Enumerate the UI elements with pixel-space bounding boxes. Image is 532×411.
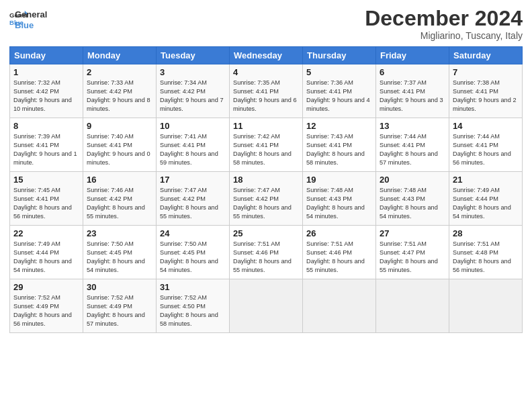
cell-info: Sunrise: 7:49 AM Sunset: 4:44 PM Dayligh… bbox=[453, 186, 519, 221]
day-number: 11 bbox=[233, 121, 299, 131]
day-header-tuesday: Tuesday bbox=[157, 47, 230, 64]
location: Migliarino, Tuscany, Italy bbox=[365, 30, 523, 41]
cell-5-1: 30Sunrise: 7:52 AM Sunset: 4:49 PM Dayli… bbox=[83, 279, 157, 333]
cell-info: Sunrise: 7:52 AM Sunset: 4:50 PM Dayligh… bbox=[160, 293, 226, 328]
day-number: 10 bbox=[160, 121, 226, 131]
cell-5-5 bbox=[376, 279, 449, 333]
day-number: 8 bbox=[13, 121, 79, 131]
cell-1-5: 6Sunrise: 7:37 AM Sunset: 4:41 PM Daylig… bbox=[376, 64, 449, 118]
cell-5-0: 29Sunrise: 7:52 AM Sunset: 4:49 PM Dayli… bbox=[10, 279, 83, 333]
cell-4-1: 23Sunrise: 7:50 AM Sunset: 4:45 PM Dayli… bbox=[83, 226, 157, 279]
day-number: 22 bbox=[13, 228, 79, 238]
cell-5-4 bbox=[303, 279, 376, 333]
day-number: 13 bbox=[380, 121, 445, 131]
day-number: 4 bbox=[233, 67, 299, 77]
day-number: 12 bbox=[306, 121, 372, 131]
day-number: 5 bbox=[306, 67, 372, 77]
day-header-friday: Friday bbox=[376, 47, 449, 64]
cell-info: Sunrise: 7:47 AM Sunset: 4:42 PM Dayligh… bbox=[233, 186, 299, 221]
cell-1-0: 1Sunrise: 7:32 AM Sunset: 4:42 PM Daylig… bbox=[10, 64, 83, 118]
week-row-3: 15Sunrise: 7:45 AM Sunset: 4:41 PM Dayli… bbox=[10, 172, 523, 226]
logo: General Blue General Blue bbox=[9, 7, 47, 30]
day-number: 14 bbox=[453, 121, 519, 131]
cell-5-6 bbox=[449, 279, 523, 333]
day-number: 6 bbox=[380, 67, 445, 77]
cell-info: Sunrise: 7:48 AM Sunset: 4:43 PM Dayligh… bbox=[306, 186, 372, 221]
cell-1-4: 5Sunrise: 7:36 AM Sunset: 4:41 PM Daylig… bbox=[303, 64, 376, 118]
cell-info: Sunrise: 7:52 AM Sunset: 4:49 PM Dayligh… bbox=[87, 293, 152, 328]
day-number: 7 bbox=[453, 67, 519, 77]
cell-info: Sunrise: 7:44 AM Sunset: 4:41 PM Dayligh… bbox=[453, 132, 519, 167]
day-number: 25 bbox=[233, 228, 299, 238]
cell-info: Sunrise: 7:35 AM Sunset: 4:41 PM Dayligh… bbox=[233, 79, 299, 113]
cell-info: Sunrise: 7:48 AM Sunset: 4:43 PM Dayligh… bbox=[380, 186, 445, 221]
cell-info: Sunrise: 7:51 AM Sunset: 4:46 PM Dayligh… bbox=[306, 240, 372, 275]
cell-4-3: 25Sunrise: 7:51 AM Sunset: 4:46 PM Dayli… bbox=[230, 226, 303, 279]
day-number: 3 bbox=[160, 67, 226, 77]
cell-3-1: 16Sunrise: 7:46 AM Sunset: 4:42 PM Dayli… bbox=[83, 172, 157, 226]
week-row-1: 1Sunrise: 7:32 AM Sunset: 4:42 PM Daylig… bbox=[10, 64, 523, 118]
day-number: 27 bbox=[380, 228, 445, 238]
cell-3-2: 17Sunrise: 7:47 AM Sunset: 4:42 PM Dayli… bbox=[157, 172, 230, 226]
cell-5-3 bbox=[230, 279, 303, 333]
cell-1-2: 3Sunrise: 7:34 AM Sunset: 4:42 PM Daylig… bbox=[157, 64, 230, 118]
cell-info: Sunrise: 7:51 AM Sunset: 4:46 PM Dayligh… bbox=[233, 240, 299, 275]
cell-1-1: 2Sunrise: 7:33 AM Sunset: 4:42 PM Daylig… bbox=[83, 64, 157, 118]
cell-info: Sunrise: 7:44 AM Sunset: 4:41 PM Dayligh… bbox=[380, 132, 445, 167]
cell-info: Sunrise: 7:40 AM Sunset: 4:41 PM Dayligh… bbox=[87, 132, 152, 167]
cell-1-6: 7Sunrise: 7:38 AM Sunset: 4:41 PM Daylig… bbox=[449, 64, 523, 118]
day-number: 23 bbox=[87, 228, 152, 238]
cell-1-3: 4Sunrise: 7:35 AM Sunset: 4:41 PM Daylig… bbox=[230, 64, 303, 118]
day-number: 30 bbox=[87, 282, 152, 292]
cell-3-5: 20Sunrise: 7:48 AM Sunset: 4:43 PM Dayli… bbox=[376, 172, 449, 226]
cell-info: Sunrise: 7:32 AM Sunset: 4:42 PM Dayligh… bbox=[13, 79, 79, 113]
day-number: 9 bbox=[87, 121, 152, 131]
cell-info: Sunrise: 7:50 AM Sunset: 4:45 PM Dayligh… bbox=[87, 240, 152, 275]
day-header-thursday: Thursday bbox=[303, 47, 376, 64]
day-number: 26 bbox=[306, 228, 372, 238]
cell-2-5: 13Sunrise: 7:44 AM Sunset: 4:41 PM Dayli… bbox=[376, 118, 449, 172]
day-header-sunday: Sunday bbox=[10, 47, 83, 64]
cell-3-4: 19Sunrise: 7:48 AM Sunset: 4:43 PM Dayli… bbox=[303, 172, 376, 226]
cell-info: Sunrise: 7:42 AM Sunset: 4:41 PM Dayligh… bbox=[233, 132, 299, 167]
logo-line2: Blue bbox=[15, 20, 47, 31]
cell-3-0: 15Sunrise: 7:45 AM Sunset: 4:41 PM Dayli… bbox=[10, 172, 83, 226]
header: General Blue General Blue December 2024 … bbox=[9, 7, 523, 41]
cell-2-6: 14Sunrise: 7:44 AM Sunset: 4:41 PM Dayli… bbox=[449, 118, 523, 172]
day-header-saturday: Saturday bbox=[449, 47, 523, 64]
week-row-5: 29Sunrise: 7:52 AM Sunset: 4:49 PM Dayli… bbox=[10, 279, 523, 333]
day-header-monday: Monday bbox=[83, 47, 157, 64]
title-block: December 2024 Migliarino, Tuscany, Italy bbox=[365, 7, 523, 41]
cell-info: Sunrise: 7:34 AM Sunset: 4:42 PM Dayligh… bbox=[160, 79, 226, 113]
cell-info: Sunrise: 7:37 AM Sunset: 4:41 PM Dayligh… bbox=[380, 79, 445, 113]
cell-info: Sunrise: 7:45 AM Sunset: 4:41 PM Dayligh… bbox=[13, 186, 79, 221]
day-number: 19 bbox=[306, 175, 372, 185]
day-number: 28 bbox=[453, 228, 519, 238]
cell-3-3: 18Sunrise: 7:47 AM Sunset: 4:42 PM Dayli… bbox=[230, 172, 303, 226]
month-title: December 2024 bbox=[365, 7, 523, 30]
cell-info: Sunrise: 7:50 AM Sunset: 4:45 PM Dayligh… bbox=[160, 240, 226, 275]
cell-4-0: 22Sunrise: 7:49 AM Sunset: 4:44 PM Dayli… bbox=[10, 226, 83, 279]
cell-2-4: 12Sunrise: 7:43 AM Sunset: 4:41 PM Dayli… bbox=[303, 118, 376, 172]
day-number: 24 bbox=[160, 228, 226, 238]
cell-3-6: 21Sunrise: 7:49 AM Sunset: 4:44 PM Dayli… bbox=[449, 172, 523, 226]
day-number: 18 bbox=[233, 175, 299, 185]
cell-info: Sunrise: 7:46 AM Sunset: 4:42 PM Dayligh… bbox=[87, 186, 152, 221]
day-number: 17 bbox=[160, 175, 226, 185]
cell-2-0: 8Sunrise: 7:39 AM Sunset: 4:41 PM Daylig… bbox=[10, 118, 83, 172]
calendar-table: SundayMondayTuesdayWednesdayThursdayFrid… bbox=[9, 46, 523, 333]
cell-4-6: 28Sunrise: 7:51 AM Sunset: 4:48 PM Dayli… bbox=[449, 226, 523, 279]
cell-2-3: 11Sunrise: 7:42 AM Sunset: 4:41 PM Dayli… bbox=[230, 118, 303, 172]
day-header-wednesday: Wednesday bbox=[230, 47, 303, 64]
cell-info: Sunrise: 7:38 AM Sunset: 4:41 PM Dayligh… bbox=[453, 79, 519, 113]
day-number: 1 bbox=[13, 67, 79, 77]
day-number: 31 bbox=[160, 282, 226, 292]
cell-info: Sunrise: 7:47 AM Sunset: 4:42 PM Dayligh… bbox=[160, 186, 226, 221]
cell-info: Sunrise: 7:41 AM Sunset: 4:41 PM Dayligh… bbox=[160, 132, 226, 167]
cell-info: Sunrise: 7:33 AM Sunset: 4:42 PM Dayligh… bbox=[87, 79, 152, 113]
cell-5-2: 31Sunrise: 7:52 AM Sunset: 4:50 PM Dayli… bbox=[157, 279, 230, 333]
day-number: 21 bbox=[453, 175, 519, 185]
cell-2-1: 9Sunrise: 7:40 AM Sunset: 4:41 PM Daylig… bbox=[83, 118, 157, 172]
day-number: 15 bbox=[13, 175, 79, 185]
cell-4-2: 24Sunrise: 7:50 AM Sunset: 4:45 PM Dayli… bbox=[157, 226, 230, 279]
